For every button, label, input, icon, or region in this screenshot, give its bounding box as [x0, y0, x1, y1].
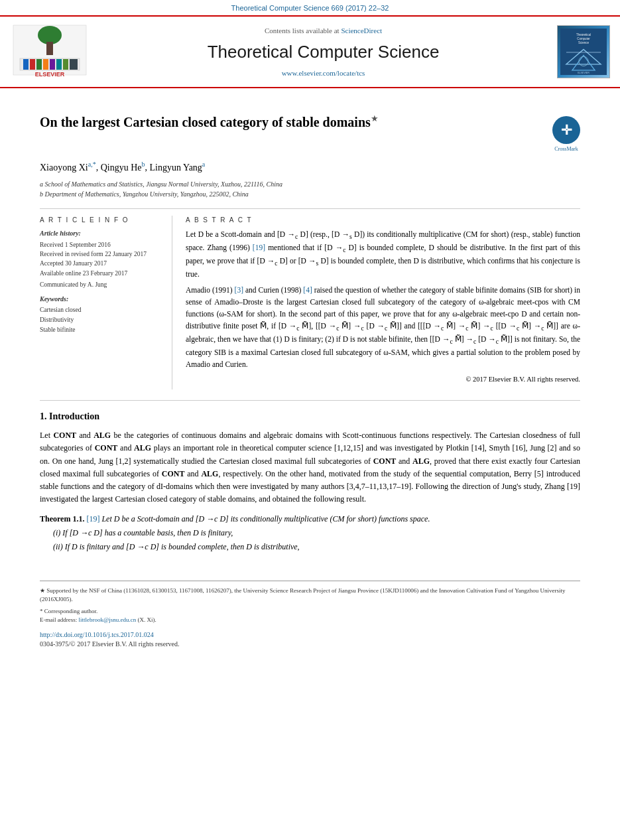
- top-bar: Theoretical Computer Science 669 (2017) …: [0, 0, 620, 15]
- issn-line: 0304-3975/© 2017 Elsevier B.V. All right…: [40, 640, 580, 649]
- abstract-label: A B S T R A C T: [186, 216, 580, 225]
- svg-text:ELSEVIER: ELSEVIER: [35, 71, 65, 78]
- svg-rect-9: [56, 59, 62, 70]
- abstract-copyright: © 2017 Elsevier B.V. All rights reserved…: [186, 374, 580, 385]
- crossmark-badge-container[interactable]: ✛ CrossMark: [552, 116, 580, 153]
- abstract-para1: Let D be a Scott-domain and [D →c D] (re…: [186, 229, 580, 281]
- keyword-1: Cartesian closed: [40, 305, 162, 315]
- email-label: E-mail address:: [40, 616, 77, 623]
- author1-sup: a,*: [88, 161, 96, 168]
- keywords-label: Keywords:: [40, 295, 162, 304]
- journal-title-header: Theoretical Computer Science: [208, 40, 440, 64]
- svg-point-1: [38, 26, 62, 44]
- tcs-cover-svg: Theoretical Computer Science ELSEVIER: [560, 26, 607, 78]
- svg-rect-10: [63, 59, 68, 70]
- svg-rect-4: [23, 59, 29, 70]
- email-link[interactable]: littlebrook@jsnu.edu.cn: [78, 616, 136, 623]
- journal-header-center: Contents lists available at ScienceDirec…: [99, 22, 547, 82]
- abstract-para2: Amadio (1991) [3] and Curien (1998) [4] …: [186, 285, 580, 370]
- journal-header: ELSEVIER Contents lists available at Sci…: [0, 15, 620, 88]
- journal-reference: Theoretical Computer Science 669 (2017) …: [231, 4, 389, 12]
- svg-text:Theoretical: Theoretical: [576, 33, 591, 36]
- intro-heading: 1. Introduction: [40, 410, 580, 423]
- introduction-section: 1. Introduction Let CONT and ALG be the …: [40, 410, 580, 554]
- theorem-1-1: Theorem 1.1. [19] Let D be a Scott-domai…: [40, 514, 580, 553]
- email-name: (X. Xi).: [138, 616, 156, 623]
- footnotes-section: ★ Supported by the NSF of China (1136102…: [40, 581, 580, 625]
- section-divider: [40, 400, 580, 401]
- sciencedirect-link[interactable]: ScienceDirect: [341, 27, 382, 35]
- article-info-col: A R T I C L E I N F O Article history: R…: [40, 216, 172, 389]
- tcs-thumbnail-container: Theoretical Computer Science ELSEVIER: [554, 22, 613, 82]
- author2-name: , Qingyu He: [96, 162, 142, 172]
- svg-text:Computer: Computer: [577, 37, 590, 40]
- crossmark-label: CrossMark: [554, 145, 578, 153]
- theorem-item-ii: (ii) If D is finitary and [D →c D] is bo…: [53, 541, 580, 553]
- received-date: Received 1 September 2016: [40, 240, 162, 249]
- theorem-label: Theorem 1.1. [19] Let D be a Scott-domai…: [40, 514, 580, 525]
- svg-rect-6: [36, 59, 42, 70]
- article-info-label: A R T I C L E I N F O: [40, 216, 162, 225]
- theorem-intro-text: Let D be a Scott-domain and [D →c D] its…: [101, 514, 430, 524]
- paper-body: On the largest Cartesian closed category…: [0, 88, 620, 662]
- revised-date: Received in revised form 22 January 2017: [40, 249, 162, 259]
- paper-title-row: On the largest Cartesian closed category…: [40, 113, 580, 153]
- author3-name: , Lingyun Yang: [145, 162, 202, 172]
- author1-name: Xiaoyong Xi: [40, 162, 88, 172]
- theorem-item-i: (i) If [D →c D] has a countable basis, t…: [53, 527, 580, 539]
- theorem-bold-label: Theorem 1.1. [19]: [40, 514, 99, 524]
- svg-rect-11: [70, 59, 78, 70]
- intro-paragraph-1: Let CONT and ALG be the categories of co…: [40, 429, 580, 506]
- keyword-3: Stable bifinite: [40, 325, 162, 335]
- accepted-date: Accepted 30 January 2017: [40, 259, 162, 268]
- affiliations: a School of Mathematics and Statistics, …: [40, 179, 580, 199]
- keyword-2: Distributivity: [40, 315, 162, 325]
- abstract-col: A B S T R A C T Let D be a Scott-domain …: [186, 216, 580, 389]
- abstract-content: Let D be a Scott-domain and [D →c D] (re…: [186, 229, 580, 385]
- tcs-thumbnail: Theoretical Computer Science ELSEVIER: [557, 25, 610, 78]
- article-info-abstract: A R T I C L E I N F O Article history: R…: [40, 208, 580, 389]
- elsevier-logo-container: ELSEVIER: [7, 22, 93, 82]
- authors-line: Xiaoyong Xia,*, Qingyu Heb, Lingyun Yang…: [40, 160, 580, 174]
- star-footnote: ★ Supported by the NSF of China (1136102…: [40, 587, 580, 604]
- paper-title: On the largest Cartesian closed category…: [40, 113, 546, 131]
- communicated-by: Communicated by A. Jung: [40, 280, 162, 289]
- contents-available-line: Contents lists available at ScienceDirec…: [265, 26, 382, 36]
- affiliation-b: b Department of Mathematics, Yangzhou Un…: [40, 189, 580, 199]
- available-date: Available online 23 February 2017: [40, 269, 162, 278]
- title-star: ★: [371, 114, 379, 124]
- svg-text:ELSEVIER: ELSEVIER: [578, 72, 589, 75]
- journal-url[interactable]: www.elsevier.com/locate/tcs: [282, 68, 365, 78]
- svg-rect-5: [30, 59, 35, 70]
- affiliation-a: a School of Mathematics and Statistics, …: [40, 179, 580, 189]
- crossmark-icon: ✛: [552, 116, 580, 144]
- svg-rect-7: [43, 59, 48, 70]
- doi-line[interactable]: http://dx.doi.org/10.1016/j.tcs.2017.01.…: [40, 630, 580, 640]
- corresponding-footnote: * Corresponding author.: [40, 607, 580, 616]
- article-history-label: Article history:: [40, 229, 162, 238]
- email-footnote: E-mail address: littlebrook@jsnu.edu.cn …: [40, 616, 580, 625]
- theorem-items: (i) If [D →c D] has a countable basis, t…: [40, 527, 580, 553]
- elsevier-logo-svg: ELSEVIER: [10, 22, 90, 82]
- author3-sup: a: [202, 161, 205, 168]
- svg-rect-2: [46, 42, 53, 55]
- svg-text:Science: Science: [578, 42, 589, 45]
- svg-rect-8: [50, 59, 55, 70]
